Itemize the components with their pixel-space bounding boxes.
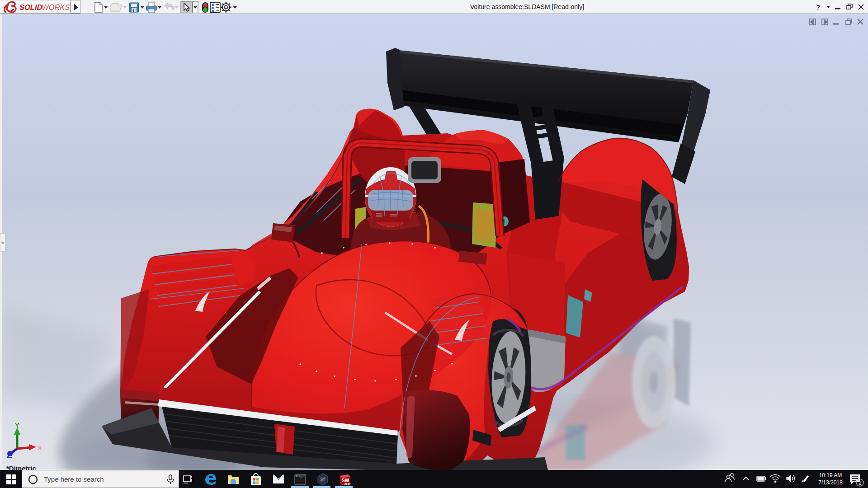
svg-text:X: X — [38, 445, 42, 451]
svg-text:2017: 2017 — [344, 483, 351, 485]
svg-text:SOLID: SOLID — [19, 3, 42, 11]
svg-text:2: 2 — [859, 480, 862, 486]
svg-text:C:\_: C:\_ — [296, 475, 302, 478]
svg-text:WORKS: WORKS — [42, 3, 70, 11]
svg-text:?: ? — [816, 3, 820, 11]
